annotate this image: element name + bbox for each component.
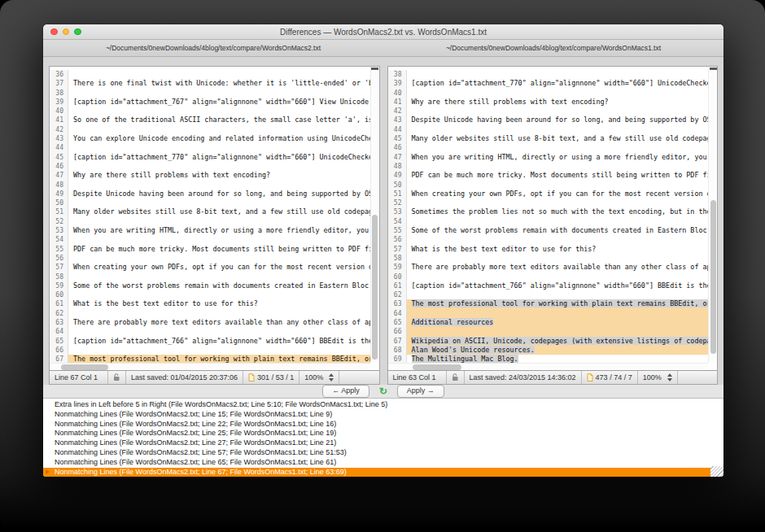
- code-line[interactable]: 49Despite Unicode having been around for…: [50, 190, 370, 198]
- code-line[interactable]: 49PDF can be much more tricky. Most docu…: [388, 171, 709, 180]
- code-line[interactable]: 57What is the best text editor to use fo…: [388, 245, 709, 254]
- code-line[interactable]: 55Some of the worst problems remain with…: [388, 226, 709, 235]
- left-vertical-scrollbar[interactable]: [370, 67, 379, 363]
- code-line[interactable]: 50: [50, 198, 370, 207]
- code-line[interactable]: 63There are probably more text editors a…: [50, 318, 370, 327]
- close-button[interactable]: [50, 28, 58, 36]
- right-zoom-stepper[interactable]: [667, 373, 672, 382]
- recompare-icon[interactable]: ↻: [379, 386, 387, 396]
- code-line[interactable]: 44: [50, 143, 370, 152]
- code-line[interactable]: 59Some of the worst problems remain with…: [50, 281, 370, 290]
- diff-list-item[interactable]: Nonmatching Lines (File WordsOnMacs2.txt…: [43, 420, 723, 430]
- code-line[interactable]: 36: [50, 70, 370, 79]
- code-line[interactable]: 54: [388, 217, 709, 226]
- code-line[interactable]: 51When creating your own PDFs, opt if yo…: [388, 190, 709, 198]
- code-line[interactable]: 61What is the best text editor to use fo…: [50, 299, 370, 308]
- right-horizontal-scroll-thumb[interactable]: [413, 364, 461, 370]
- code-line[interactable]: 64: [50, 327, 370, 336]
- code-line[interactable]: 67The most professional tool for working…: [50, 355, 370, 363]
- diff-list-item[interactable]: Nonmatching Lines (File WordsOnMacs2.txt…: [43, 448, 723, 458]
- code-line[interactable]: 45Many older websites still use 8-bit te…: [388, 134, 709, 143]
- code-line[interactable]: 57When creating your own PDFs, opt if yo…: [50, 263, 370, 272]
- code-line[interactable]: 59There are probably more text editors a…: [388, 263, 709, 272]
- code-line[interactable]: 48: [50, 181, 370, 190]
- diff-list-item[interactable]: Nonmatching Lines (File WordsOnMacs2.txt…: [43, 468, 723, 477]
- titlebar[interactable]: Differences — WordsOnMacs2.txt vs. Words…: [43, 24, 723, 40]
- code-line[interactable]: 43Despite Unicode having been around for…: [388, 116, 709, 124]
- code-line[interactable]: 38: [388, 70, 709, 79]
- diff-list-item[interactable]: Extra lines in Left before 5 in Right (F…: [43, 400, 723, 410]
- right-zoom-segment[interactable]: 100%: [638, 371, 678, 384]
- code-line[interactable]: 69The Multilingual Mac Blog.: [388, 355, 709, 363]
- code-line[interactable]: 41Why are there still problems with text…: [388, 98, 709, 107]
- code-line[interactable]: 60: [50, 290, 370, 299]
- left-editor[interactable]: 3637There is one final twist with Unicod…: [50, 67, 379, 370]
- code-line[interactable]: 39[caption id="attachment_770" align="al…: [388, 79, 709, 88]
- code-line[interactable]: 51Many older websites still use 8-bit te…: [50, 207, 370, 216]
- code-line[interactable]: 60: [388, 273, 709, 281]
- right-lock-segment[interactable]: [447, 371, 465, 384]
- code-line[interactable]: 55PDF can be much more tricky. Most docu…: [50, 245, 370, 254]
- code-line[interactable]: 52: [388, 198, 709, 207]
- diff-list-item[interactable]: Nonmatching Lines (File WordsOnMacs2.txt…: [43, 438, 723, 448]
- left-horizontal-scroll-thumb[interactable]: [61, 364, 108, 370]
- left-zoom-stepper[interactable]: [329, 373, 334, 382]
- code-line[interactable]: 45[caption id="attachment_770" align="al…: [50, 153, 370, 162]
- diff-list-item[interactable]: Nonmatching Lines (File WordsOnMacs2.txt…: [43, 429, 723, 438]
- diff-list-item[interactable]: Nonmatching Lines (File WordsOnMacs2.txt…: [43, 458, 723, 468]
- diff-list-item[interactable]: Nonmatching Lines (File WordsOnMacs2.txt…: [43, 410, 723, 420]
- code-line[interactable]: 53Sometimes the problem lies not so much…: [388, 207, 709, 216]
- code-line[interactable]: 40: [50, 107, 370, 116]
- apply-left-button[interactable]: ← Apply: [322, 385, 369, 398]
- code-line[interactable]: 66: [388, 327, 709, 336]
- code-line[interactable]: 53When you are writing HTML, directly or…: [50, 226, 370, 235]
- line-number: 68: [388, 346, 407, 355]
- right-horizontal-scrollbar[interactable]: [388, 363, 709, 370]
- code-line[interactable]: 46: [50, 162, 370, 171]
- code-line[interactable]: 58: [50, 273, 370, 281]
- code-line[interactable]: 63The most professional tool for working…: [388, 299, 709, 308]
- left-lock-segment[interactable]: [108, 371, 126, 384]
- left-horizontal-scrollbar[interactable]: [50, 363, 370, 370]
- code-line[interactable]: 43You can explore Unicode encoding and r…: [50, 134, 370, 143]
- code-line[interactable]: 42: [388, 107, 709, 116]
- code-line[interactable]: 65Additional resources: [388, 318, 709, 327]
- code-line[interactable]: 52: [50, 217, 370, 226]
- left-vertical-scroll-thumb[interactable]: [372, 215, 378, 360]
- code-line[interactable]: 40: [388, 89, 709, 98]
- code-line[interactable]: 62: [388, 290, 709, 299]
- code-line[interactable]: 68Alan Wood's Unicode resources.: [388, 346, 709, 355]
- code-text: There are probably more text editors ava…: [73, 318, 370, 326]
- code-line[interactable]: 67Wikipedia on ASCII, Unicode, codepages…: [388, 337, 709, 346]
- code-line[interactable]: 56: [388, 235, 709, 244]
- code-line[interactable]: 48: [388, 162, 709, 171]
- minimize-button[interactable]: [63, 28, 70, 36]
- code-line[interactable]: 62: [50, 309, 370, 318]
- code-line[interactable]: 39[caption id="attachment_767" align="al…: [50, 98, 370, 107]
- right-vertical-scroll-thumb[interactable]: [710, 200, 716, 354]
- apply-right-button[interactable]: Apply →: [397, 385, 444, 398]
- code-line[interactable]: 41So one of the traditional ASCII charac…: [50, 116, 370, 124]
- right-vertical-scrollbar[interactable]: [708, 67, 717, 363]
- zoom-button[interactable]: [74, 28, 81, 36]
- code-line[interactable]: 38: [50, 89, 370, 98]
- code-line[interactable]: 42: [50, 125, 370, 134]
- code-line[interactable]: 61[caption id="attachment_766" align="al…: [388, 281, 709, 290]
- diff-item-text: Nonmatching Lines (File WordsOnMacs2.txt…: [55, 448, 347, 456]
- code-line[interactable]: 47When you are writing HTML, directly or…: [388, 153, 709, 162]
- code-line[interactable]: 50: [388, 181, 709, 190]
- resize-grip[interactable]: [710, 466, 723, 477]
- code-line[interactable]: 54: [50, 235, 370, 244]
- file-path-header: ~/Documents/0newDownloads/4blog/text/com…: [43, 40, 723, 57]
- code-line[interactable]: 47Why are there still problems with text…: [50, 171, 370, 180]
- left-zoom-segment[interactable]: 100%: [299, 371, 339, 384]
- code-line[interactable]: 66: [50, 346, 370, 355]
- code-line[interactable]: 64: [388, 309, 709, 318]
- code-line[interactable]: 37There is one final twist with Unicode:…: [50, 79, 370, 88]
- code-line[interactable]: 65[caption id="attachment_766" align="al…: [50, 337, 370, 346]
- right-editor[interactable]: 3839[caption id="attachment_770" align="…: [388, 67, 718, 370]
- code-line[interactable]: 56: [50, 254, 370, 263]
- code-line[interactable]: 44: [388, 125, 709, 134]
- code-line[interactable]: 46: [388, 143, 709, 152]
- code-line[interactable]: 58: [388, 254, 709, 263]
